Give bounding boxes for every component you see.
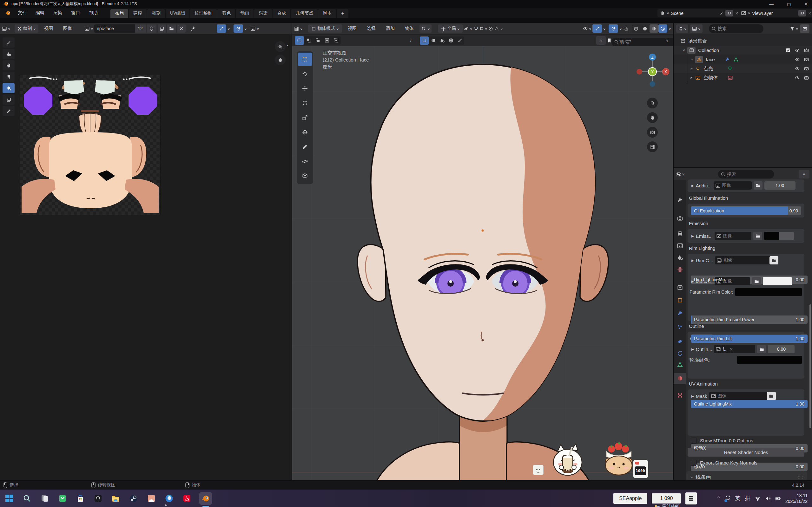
widget-seaapple[interactable]: SEAapple [613, 493, 647, 504]
rim-color-texture-row[interactable]: ▶Rim C... 图像 [692, 256, 803, 265]
tray-sync-icon[interactable] [725, 495, 731, 502]
workspace-tab-uv[interactable]: UV编辑 [166, 9, 190, 18]
empty-eye-icon[interactable] [795, 75, 800, 80]
cat-photo-app-icon[interactable] [146, 493, 157, 504]
vp-pan-button[interactable] [647, 112, 658, 123]
viewlayer-remove-icon[interactable] [808, 11, 812, 15]
menu-window[interactable]: 窗口 [67, 8, 85, 18]
show-mtoon-row[interactable]: Show MToon 0.0 Options [691, 438, 753, 444]
workspace-tab-anim[interactable]: 动画 [236, 9, 254, 18]
filter-world-icon[interactable] [447, 37, 455, 45]
light-camera-icon[interactable] [804, 66, 809, 71]
workspace-tab-shading[interactable]: 着色 [217, 9, 235, 18]
tab-data[interactable] [676, 361, 683, 368]
orientation-dropdown[interactable]: 全局∨ [438, 24, 463, 33]
image-browse-icon[interactable]: ∨ [85, 24, 93, 33]
properties-scrollbar[interactable] [809, 304, 811, 428]
tool-annotate-vp[interactable] [298, 140, 312, 154]
gi-equalization-slider[interactable]: GI Equalization0.90 [691, 207, 801, 215]
workspace-tab-sculpt[interactable]: 雕刻 [147, 9, 165, 18]
shading-wireframe[interactable] [632, 24, 641, 33]
vp-menu-object[interactable]: 物体 [400, 23, 418, 34]
emission-folder-button[interactable] [753, 232, 762, 240]
scene-unlink-icon[interactable] [735, 11, 739, 15]
image-zoom-button[interactable] [275, 41, 286, 52]
bookmark-icon[interactable] [607, 36, 612, 45]
workspace-tab-texpaint[interactable]: 纹理绘制 [190, 9, 217, 18]
visibility-dropdown[interactable]: ∨ [583, 24, 591, 33]
pivot-point-dropdown[interactable]: ∨ [464, 24, 472, 33]
tray-volume-icon[interactable] [765, 496, 771, 501]
filter-paint-icon[interactable] [438, 37, 447, 45]
outline-folder-button[interactable] [757, 345, 766, 353]
tool-soften[interactable] [3, 49, 15, 59]
tab-tool[interactable] [676, 196, 683, 204]
tab-world[interactable] [676, 266, 683, 273]
blender-menu-icon[interactable] [3, 8, 13, 18]
properties-options-chevron[interactable]: ∨ [799, 170, 809, 178]
mode-dropdown[interactable]: 物体模式∨ [308, 24, 342, 33]
close-button[interactable]: ✕ [804, 1, 808, 7]
workspace-tab-render[interactable]: 渲染 [254, 9, 272, 18]
vp-camera-button[interactable] [647, 127, 658, 137]
texture-canvas[interactable] [20, 75, 160, 215]
widget-menu[interactable] [686, 493, 697, 504]
pin-icon[interactable] [720, 11, 723, 15]
emission-texture-row[interactable]: ▶Emiss... 图像 [692, 232, 803, 240]
properties-search-input[interactable] [718, 170, 774, 178]
row-object-face[interactable]: ∨ face [674, 55, 812, 64]
additive-texture-row[interactable]: ▶Additi... 图像 1.00 [692, 181, 803, 189]
steam-icon[interactable] [128, 493, 139, 504]
select-mode-subtract[interactable] [313, 36, 322, 45]
collection-camera-icon[interactable] [804, 48, 809, 53]
row-scene-collection[interactable]: 场景集合 [674, 37, 812, 45]
file-explorer-icon[interactable] [110, 493, 121, 504]
transform-pivot-small[interactable]: ∨ [419, 24, 432, 33]
workspace-tab-layout[interactable]: 布局 [110, 9, 128, 18]
tab-render[interactable] [676, 215, 683, 222]
workspace-tab-script[interactable]: 脚本 [318, 9, 336, 18]
collection-checkbox-icon[interactable] [786, 48, 791, 53]
tool-add-cube[interactable] [298, 169, 312, 183]
tool-fill[interactable] [3, 83, 15, 93]
minimize-button[interactable]: — [769, 2, 774, 7]
tray-wifi-icon[interactable] [755, 496, 761, 501]
outliner-display-mode[interactable]: ∨ [676, 24, 688, 33]
rim-lift-slider[interactable]: Parametric Rim Lift1.00 [691, 335, 808, 343]
image-menu-image[interactable]: 图像 [59, 24, 77, 33]
viewlayer-copy-button[interactable] [798, 10, 806, 16]
show-mtoon-checkbox[interactable] [691, 438, 697, 444]
task-view-icon[interactable] [39, 493, 50, 504]
filter-brush-icon[interactable] [455, 37, 464, 45]
tool-clone[interactable] [3, 72, 15, 82]
row-collection[interactable]: ∨ Collection [674, 46, 812, 55]
tab-object[interactable] [676, 297, 683, 304]
tool-move[interactable] [298, 82, 312, 95]
gizmo-dropdown[interactable]: ∨ [227, 27, 231, 31]
light-eye-icon[interactable] [795, 66, 800, 71]
properties-editor-icon[interactable]: ∨ [676, 170, 684, 178]
face-eye-icon[interactable] [795, 57, 800, 62]
taskbar-search-icon[interactable] [21, 493, 32, 504]
start-button[interactable] [4, 493, 15, 504]
pin-id-icon[interactable] [190, 26, 196, 32]
ms-store-icon[interactable] [75, 493, 86, 504]
matcap-folder-button[interactable] [752, 277, 761, 285]
tab-modifiers[interactable] [676, 310, 683, 317]
gizmo-options-dropdown[interactable]: ∨ [603, 27, 606, 31]
empty-camera-icon[interactable] [804, 75, 809, 80]
tab-viewlayer[interactable] [676, 242, 683, 249]
tab-texture[interactable] [676, 392, 683, 399]
widget-points[interactable]: 1 090 [652, 493, 681, 504]
mask-texture-row[interactable]: ▶Mask 图像 [692, 392, 803, 400]
scene-copy-button[interactable] [725, 10, 733, 16]
weather-widget[interactable]: 局部晴朗 [654, 504, 679, 507]
app-green-store-icon[interactable] [57, 493, 68, 504]
outline-lightingmix-slider[interactable]: Outline LightingMix1.00 [691, 400, 808, 408]
tray-battery-icon[interactable] [775, 496, 781, 501]
image-pan-button[interactable] [275, 55, 286, 65]
additive-folder-button[interactable] [754, 181, 762, 189]
select-mode-intersect[interactable] [332, 36, 341, 45]
blender-taskbar-icon[interactable] [199, 492, 212, 505]
editor-type-image-icon[interactable]: ∨ [2, 24, 10, 33]
